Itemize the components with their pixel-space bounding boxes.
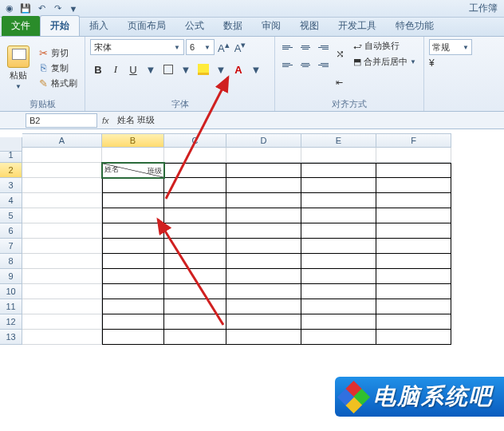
underline-button[interactable]: U — [125, 61, 141, 77]
cell-F1[interactable] — [376, 148, 451, 163]
col-header-E[interactable]: E — [301, 133, 376, 148]
cell-A9[interactable] — [22, 269, 102, 284]
cell-A12[interactable] — [22, 314, 102, 330]
cell-D3[interactable] — [226, 178, 301, 193]
tab-data[interactable]: 数据 — [214, 16, 252, 36]
fill-dropdown-icon[interactable]: ▼ — [213, 61, 229, 77]
cell-A13[interactable] — [22, 330, 102, 345]
indent-decrease-icon[interactable]: ⇤ — [336, 77, 345, 88]
cell-E3[interactable] — [301, 178, 376, 193]
tab-review[interactable]: 审阅 — [252, 16, 290, 36]
tab-file[interactable]: 文件 — [2, 16, 40, 36]
underline-dropdown-icon[interactable]: ▼ — [143, 61, 159, 77]
cell-F5[interactable] — [376, 208, 451, 223]
cell-D9[interactable] — [226, 269, 301, 284]
align-top-center[interactable] — [297, 39, 313, 55]
cell-A6[interactable] — [22, 223, 102, 239]
cell-D4[interactable] — [226, 193, 301, 208]
row-header-5[interactable]: 5 — [0, 208, 22, 223]
cell-E13[interactable] — [301, 330, 376, 345]
cell-E11[interactable] — [301, 299, 376, 314]
cell-C9[interactable] — [164, 269, 226, 284]
align-top-right[interactable] — [315, 39, 331, 55]
decrease-font-icon[interactable]: A▾ — [233, 40, 248, 54]
cell-D11[interactable] — [226, 299, 301, 314]
row-header-2[interactable]: 2 — [0, 163, 22, 178]
cell-D5[interactable] — [226, 208, 301, 223]
wps-icon[interactable]: ◉ — [3, 2, 16, 15]
cell-E10[interactable] — [301, 284, 376, 299]
row-header-3[interactable]: 3 — [0, 178, 22, 193]
cell-C6[interactable] — [164, 223, 226, 239]
paste-button[interactable]: 粘贴 — [10, 69, 27, 81]
col-header-B[interactable]: B — [102, 133, 164, 148]
cell-B4[interactable] — [102, 193, 164, 208]
save-icon[interactable]: 💾 — [19, 2, 32, 15]
row-header-13[interactable]: 13 — [0, 330, 22, 345]
cell-B6[interactable] — [102, 223, 164, 239]
format-painter-button[interactable]: ✎格式刷 — [35, 77, 80, 90]
align-top-left[interactable] — [280, 39, 296, 55]
cell-F2[interactable] — [376, 163, 451, 178]
cell-C5[interactable] — [164, 208, 226, 223]
cell-E2[interactable] — [301, 163, 376, 178]
undo-icon[interactable]: ↶ — [35, 2, 48, 15]
cell-F12[interactable] — [376, 314, 451, 330]
cell-C10[interactable] — [164, 284, 226, 299]
tab-dev[interactable]: 开发工具 — [329, 16, 386, 36]
tab-special[interactable]: 特色功能 — [386, 16, 443, 36]
cell-F8[interactable] — [376, 254, 451, 269]
tab-layout[interactable]: 页面布局 — [118, 16, 175, 36]
cell-C7[interactable] — [164, 239, 226, 254]
align-center[interactable] — [297, 57, 313, 73]
cell-D8[interactable] — [226, 254, 301, 269]
name-box[interactable]: B2 — [26, 113, 97, 128]
col-header-C[interactable]: C — [164, 133, 226, 148]
cell-A11[interactable] — [22, 299, 102, 314]
redo-icon[interactable]: ↷ — [51, 2, 64, 15]
cell-D6[interactable] — [226, 223, 301, 239]
cell-E9[interactable] — [301, 269, 376, 284]
row-header-7[interactable]: 7 — [0, 239, 22, 254]
cell-B8[interactable] — [102, 254, 164, 269]
cell-C2[interactable] — [164, 163, 226, 178]
cell-F7[interactable] — [376, 239, 451, 254]
tab-formula[interactable]: 公式 — [175, 16, 214, 36]
cell-C8[interactable] — [164, 254, 226, 269]
cell-A3[interactable] — [22, 178, 102, 193]
cell-A10[interactable] — [22, 284, 102, 299]
number-format-select[interactable]: 常规▼ — [429, 39, 472, 55]
cell-A8[interactable] — [22, 254, 102, 269]
tab-view[interactable]: 视图 — [290, 16, 329, 36]
cell-F4[interactable] — [376, 193, 451, 208]
cell-B13[interactable] — [102, 330, 164, 345]
cell-A1[interactable] — [22, 148, 102, 163]
cell-C12[interactable] — [164, 314, 226, 330]
row-header-4[interactable]: 4 — [0, 193, 22, 208]
col-header-D[interactable]: D — [226, 133, 301, 148]
cell-F10[interactable] — [376, 284, 451, 299]
border-button[interactable] — [160, 61, 176, 77]
cell-F13[interactable] — [376, 330, 451, 345]
cell-B12[interactable] — [102, 314, 164, 330]
cell-E1[interactable] — [301, 148, 376, 163]
paste-dropdown-icon[interactable]: ▼ — [15, 83, 22, 90]
cell-C1[interactable] — [164, 148, 226, 163]
cell-A2[interactable] — [22, 163, 102, 178]
cell-B11[interactable] — [102, 299, 164, 314]
font-color-dropdown-icon[interactable]: ▼ — [248, 61, 264, 77]
cell-A5[interactable] — [22, 208, 102, 223]
tab-insert[interactable]: 插入 — [80, 16, 118, 36]
cell-D7[interactable] — [226, 239, 301, 254]
fill-color-button[interactable] — [195, 61, 211, 77]
cell-F6[interactable] — [376, 223, 451, 239]
select-all-button[interactable] — [0, 137, 22, 152]
cell-C3[interactable] — [164, 178, 226, 193]
cell-A4[interactable] — [22, 193, 102, 208]
cell-E5[interactable] — [301, 208, 376, 223]
cut-button[interactable]: ✂剪切 — [35, 46, 80, 60]
italic-button[interactable]: I — [108, 61, 124, 77]
fx-icon[interactable]: fx — [102, 116, 109, 125]
cell-D1[interactable] — [226, 148, 301, 163]
cell-A7[interactable] — [22, 239, 102, 254]
